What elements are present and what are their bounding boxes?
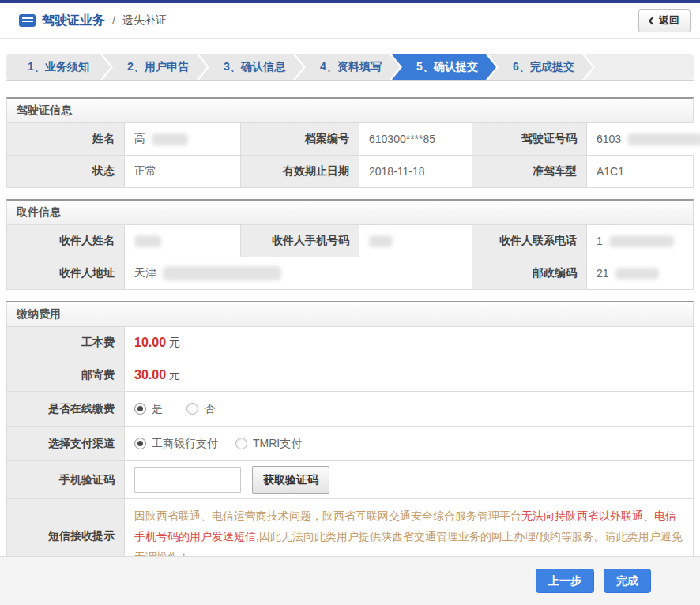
field-label-payment-channel: 选择支付渠道 xyxy=(7,427,125,460)
radio-label: 工商银行支付 xyxy=(152,437,218,451)
section-pickup-info: 取件信息 收件人姓名 收件人手机号码 收件人联系电话 1 收件人地址 天津 邮政… xyxy=(6,199,694,290)
field-value-status: 正常 xyxy=(125,156,241,187)
field-label-recipient-phone: 收件人联系电话 xyxy=(472,225,587,257)
redaction-blur xyxy=(369,235,393,247)
field-text: 2018-11-18 xyxy=(369,165,425,178)
redaction-blur xyxy=(627,133,700,145)
step-bar-filler xyxy=(585,54,694,80)
fee-unit: 元 xyxy=(169,336,180,350)
field-label-expiry-date: 有效期止日期 xyxy=(241,156,359,187)
back-button-label: 返回 xyxy=(659,13,679,28)
fee-amount: 30.00 xyxy=(134,368,166,382)
field-label-name: 姓名 xyxy=(7,123,125,155)
radio-unselected-icon xyxy=(186,403,198,415)
notice-plain-text: 因陕西省联通、电信运营商技术问题，陕西省互联网交通安全综合服务管理平台 xyxy=(134,509,521,522)
field-value-pay-online: 是 否 xyxy=(125,392,693,426)
section-license-info: 驾驶证信息 姓名 高 档案编号 610300****85 驾驶证号码 6103 … xyxy=(6,97,694,188)
field-value-recipient-address: 天津 xyxy=(125,257,472,289)
field-label-recipient-name: 收件人姓名 xyxy=(7,225,125,257)
field-text: 21 xyxy=(597,267,609,280)
step-6-complete-submit: 6、完成提交 xyxy=(488,54,593,80)
field-value-mailing-fee: 30.00元 xyxy=(125,359,693,391)
field-value-recipient-phone: 1 xyxy=(587,225,693,257)
field-label-license-number: 驾驶证号码 xyxy=(472,123,587,155)
step-1-business-notice: 1、业务须知 xyxy=(6,54,111,80)
field-label-file-number: 档案编号 xyxy=(241,123,359,155)
redaction-blur xyxy=(609,235,674,247)
step-label: 3、确认信息 xyxy=(224,60,285,74)
previous-step-button[interactable]: 上一步 xyxy=(536,569,594,593)
radio-label: TMRI支付 xyxy=(253,437,302,451)
radio-label: 是 xyxy=(152,402,163,416)
field-value-license-number: 6103 xyxy=(587,123,700,155)
field-label-status: 状态 xyxy=(7,156,125,187)
step-2-user-declaration: 2、用户申告 xyxy=(103,54,207,80)
redaction-blur xyxy=(152,133,188,145)
radio-unselected-icon xyxy=(235,438,247,449)
step-progress-bar: 1、业务须知 2、用户申告 3、确认信息 4、资料填写 5、确认提交 6、完成提… xyxy=(6,54,694,81)
table-row: 状态 正常 有效期止日期 2018-11-18 准驾车型 A1C1 xyxy=(7,156,693,187)
radio-channel-tmri[interactable]: TMRI支付 xyxy=(235,437,302,451)
field-label-vehicle-class: 准驾车型 xyxy=(472,156,587,187)
radio-channel-icbc[interactable]: 工商银行支付 xyxy=(134,437,218,451)
finish-button[interactable]: 完成 xyxy=(604,569,651,593)
step-3-confirm-info: 3、确认信息 xyxy=(199,54,303,80)
breadcrumb-current: 遗失补证 xyxy=(122,13,167,28)
redaction-blur xyxy=(134,235,161,247)
redaction-blur xyxy=(163,266,281,280)
step-5-confirm-submit: 5、确认提交 xyxy=(392,54,496,80)
table-row: 手机验证码 获取验证码 xyxy=(7,461,693,499)
step-label: 5、确认提交 xyxy=(416,60,478,74)
back-button[interactable]: 返回 xyxy=(638,9,691,32)
section-title: 缴纳费用 xyxy=(7,302,693,327)
section-payment-fees: 缴纳费用 工本费 10.00元 邮寄费 30.00元 是否在线缴费 是 xyxy=(6,301,694,574)
field-value-expiry-date: 2018-11-18 xyxy=(359,156,472,187)
field-text: 1 xyxy=(597,235,603,247)
table-row: 邮寄费 30.00元 xyxy=(7,359,693,392)
field-label-sms-code: 手机验证码 xyxy=(7,461,125,498)
field-value-production-fee: 10.00元 xyxy=(125,327,693,359)
section-title: 取件信息 xyxy=(7,201,693,225)
field-value-sms-code: 获取验证码 xyxy=(125,461,693,498)
table-row: 是否在线缴费 是 否 xyxy=(7,392,693,427)
field-value-file-number: 610300****85 xyxy=(359,123,472,155)
field-label-recipient-address: 收件人地址 xyxy=(7,257,125,289)
field-text: A1C1 xyxy=(597,165,624,178)
fee-amount: 10.00 xyxy=(134,336,166,350)
field-value-payment-channel: 工商银行支付 TMRI支付 xyxy=(125,427,693,460)
breadcrumb-separator: / xyxy=(112,14,115,27)
radio-pay-online-yes[interactable]: 是 xyxy=(134,402,163,416)
field-text: 610300****85 xyxy=(369,133,435,145)
table-row: 收件人地址 天津 邮政编码 21 xyxy=(7,257,693,289)
field-label-recipient-mobile: 收件人手机号码 xyxy=(241,225,359,257)
step-label: 4、资料填写 xyxy=(320,60,382,74)
page-title: 驾驶证业务 xyxy=(42,13,105,29)
radio-pay-online-no[interactable]: 否 xyxy=(186,402,215,416)
footer-action-bar: 上一步 完成 xyxy=(0,556,700,605)
field-label-pay-online: 是否在线缴费 xyxy=(7,392,125,426)
section-title: 驾驶证信息 xyxy=(7,99,693,123)
field-text: 天津 xyxy=(134,266,156,280)
breadcrumb: 驾驶证业务 / 遗失补证 xyxy=(19,13,167,29)
field-value-recipient-name xyxy=(125,225,241,257)
field-text: 6103 xyxy=(597,133,621,145)
field-value-name: 高 xyxy=(125,123,241,155)
fee-unit: 元 xyxy=(169,368,180,382)
sms-code-input[interactable] xyxy=(134,467,241,493)
redaction-blur xyxy=(615,268,659,280)
radio-selected-icon xyxy=(134,403,146,415)
main-content: 驾驶证信息 姓名 高 档案编号 610300****85 驾驶证号码 6103 … xyxy=(0,81,700,574)
step-label: 6、完成提交 xyxy=(513,60,574,74)
field-value-recipient-mobile xyxy=(359,225,472,257)
chevron-left-icon xyxy=(649,17,657,25)
get-sms-code-button[interactable]: 获取验证码 xyxy=(252,466,329,494)
table-row: 选择支付渠道 工商银行支付 TMRI支付 xyxy=(7,427,693,461)
step-label: 2、用户申告 xyxy=(127,60,189,74)
field-label-postal-code: 邮政编码 xyxy=(472,257,587,289)
page-header: 驾驶证业务 / 遗失补证 返回 xyxy=(0,3,700,39)
field-text: 正常 xyxy=(134,164,156,178)
field-value-vehicle-class: A1C1 xyxy=(587,156,693,187)
field-label-production-fee: 工本费 xyxy=(7,327,125,359)
document-icon xyxy=(19,14,36,27)
radio-selected-icon xyxy=(134,438,146,449)
